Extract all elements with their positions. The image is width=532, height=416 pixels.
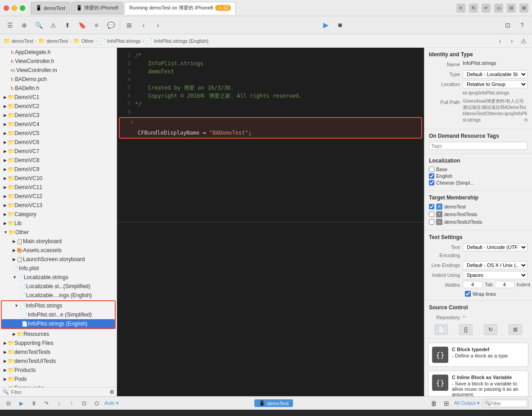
encoding-select[interactable]: Default - Unicode (UTF...: [463, 243, 527, 251]
sidebar-item-main-storyboard[interactable]: ▶ 📋 Main.storyboard: [0, 237, 117, 246]
line-endings-value[interactable]: Default - OS X / Unix (...: [463, 261, 527, 269]
sc-refresh-icon[interactable]: ↻: [484, 324, 497, 335]
bc-item-3[interactable]: 📁 Other: [73, 38, 94, 44]
sc-curly-icon[interactable]: {}: [459, 324, 473, 335]
sidebar-item-demotestuitests[interactable]: ▶ 📁 demoTestUITests: [0, 357, 117, 366]
type-select[interactable]: Default - Localizable St...: [463, 70, 527, 78]
sidebar-item-badefin-h[interactable]: h BADefin.h: [0, 84, 117, 93]
minimize-button[interactable]: [12, 5, 17, 11]
type-value[interactable]: Default - Localizable St...: [463, 70, 527, 78]
refresh-btn[interactable]: ↻: [469, 4, 478, 13]
split-pane-btn[interactable]: ⊟: [507, 4, 516, 13]
debug-icon[interactable]: ⊡: [79, 398, 89, 408]
indent-value[interactable]: Spaces: [463, 271, 527, 279]
sidebar-item-demovc7[interactable]: ▶ 📁 DemoVC7: [0, 147, 117, 156]
breadcrumb-warning-btn[interactable]: ⚠: [518, 36, 528, 46]
maximize-button[interactable]: [20, 5, 25, 11]
tab-iphone[interactable]: 📱 博爱的 iPhone8: [71, 2, 123, 14]
sidebar-item-demovc6[interactable]: ▶ 📁 DemoVC6: [0, 138, 117, 147]
locale-english-checkbox[interactable]: [429, 173, 434, 179]
location-value[interactable]: Relative to Group: [463, 80, 527, 88]
step-in-btn[interactable]: ↓: [54, 398, 64, 408]
sidebar-item-demotesttests[interactable]: ▶ 📁 demoTestTests: [0, 348, 117, 357]
sidebar-item-supporting-files[interactable]: ▶ 📁 Supporting Files: [0, 339, 117, 348]
sidebar-item-localizable-strings[interactable]: ▼ 📄 Localizable.strings: [0, 273, 117, 282]
sidebar-item-viewcontroller-m[interactable]: m ViewController.m: [0, 66, 117, 75]
add-btn[interactable]: ⊕: [18, 19, 31, 32]
line-endings-select[interactable]: Default - OS X / Unix (...: [463, 261, 527, 269]
sidebar-item-pods-top[interactable]: ▶ 📁 Pods: [0, 375, 117, 384]
bookmark-btn[interactable]: 🔖: [76, 19, 88, 32]
breadcrumb-back-btn[interactable]: ‹: [495, 36, 505, 46]
bc-item-4[interactable]: 📄 InfoPlist.strings: [99, 38, 141, 44]
reveal-icon[interactable]: ⟲: [524, 117, 527, 123]
step-over-btn[interactable]: ↷: [41, 398, 51, 408]
sidebar-item-demovc11[interactable]: ▶ 📁 DemoVC11: [0, 183, 117, 192]
sidebar-item-demovc8[interactable]: ▶ 📁 DemoVC8: [0, 156, 117, 165]
sc-add-icon[interactable]: 📄: [434, 324, 448, 335]
indent-width-input[interactable]: [495, 281, 515, 288]
sidebar-item-localizable-simplified[interactable]: 📄 Localizable.st...(Simplified): [0, 282, 117, 291]
locale-base-checkbox[interactable]: [429, 167, 434, 172]
layout-btn[interactable]: ⊞: [123, 19, 135, 32]
show-navigator-btn[interactable]: ☰: [4, 19, 16, 32]
bc-item-5[interactable]: 📄 InfoPlist.strings (English): [146, 38, 208, 44]
search-btn[interactable]: 🔍: [32, 19, 45, 32]
sidebar-item-info-plist[interactable]: 📄 Info.plist: [0, 264, 117, 273]
back-btn[interactable]: ‹: [137, 19, 150, 32]
sidebar-item-localizable-english[interactable]: 📄 Localizable....ings (English): [0, 291, 117, 300]
tags-input[interactable]: [429, 142, 527, 150]
sidebar-item-demovc5[interactable]: ▶ 📁 DemoVC5: [0, 129, 117, 138]
sidebar-item-demovc1[interactable]: ▶ 📁 DemoVC1: [0, 93, 117, 102]
pause-btn[interactable]: ⏸: [29, 398, 39, 408]
target-tests-checkbox[interactable]: [429, 212, 434, 217]
encoding-value[interactable]: Default - Unicode (UTF...: [463, 243, 527, 251]
sidebar-item-appdelegate-h[interactable]: h AppDelegate.h: [0, 48, 117, 57]
sidebar-item-demovc3[interactable]: ▶ 📁 DemoVC3: [0, 111, 117, 120]
code-editor[interactable]: 1 /* 2 InfoPlist.strings 3 demoTest 4: [117, 48, 424, 222]
sidebar-item-lib[interactable]: ▶ 📁 Lib: [0, 219, 117, 228]
locale-chinese-checkbox[interactable]: [429, 180, 434, 185]
tab-running[interactable]: Running demoTest on 博爱的 iPhone8 ⚠ 10: [124, 2, 235, 14]
split-view-btn[interactable]: ⊞: [442, 398, 451, 408]
breakpoint-icon[interactable]: ⌬: [92, 398, 102, 408]
filter-options-icon[interactable]: ⊞: [110, 389, 114, 395]
stop-btn[interactable]: ■: [334, 19, 347, 32]
bc-item-2[interactable]: 📁 demoTest: [38, 38, 68, 44]
tab-demotest[interactable]: 📱 demoTest: [31, 2, 70, 14]
sidebar-item-other[interactable]: ▼ 📁 Other: [0, 228, 117, 237]
warning-btn[interactable]: ⚠: [47, 19, 59, 32]
sidebar-item-infoplist-english[interactable]: 📄 InfoPlist.strings (English): [2, 319, 115, 328]
sidebar-item-demovc12[interactable]: ▶ 📁 DemoVC12: [0, 192, 117, 201]
debug-pane-toggle[interactable]: ⊟: [4, 398, 14, 408]
sidebar-item-resources[interactable]: ▶ 📁 Resources: [0, 330, 117, 339]
bc-item-1[interactable]: 📁 demoTest: [4, 38, 33, 44]
target-demotest-checkbox[interactable]: [429, 204, 434, 209]
panel-toggle-btn[interactable]: ≡: [456, 4, 465, 13]
wrap-lines-checkbox[interactable]: [465, 291, 471, 297]
list-btn[interactable]: ≡: [90, 19, 103, 32]
run-btn[interactable]: ▶: [320, 19, 332, 32]
single-pane-btn[interactable]: ▭: [494, 4, 503, 13]
sidebar-item-demovc2[interactable]: ▶ 📁 DemoVC2: [0, 102, 117, 111]
enter-btn[interactable]: ↵: [482, 4, 491, 13]
sidebar-item-assets[interactable]: ▶ 🎨 Assets.xcassets: [0, 246, 117, 255]
target-uitests-checkbox[interactable]: [429, 219, 434, 225]
sidebar-item-demovc13[interactable]: ▶ 📁 DemoVC13: [0, 201, 117, 210]
sc-grid-icon[interactable]: ⊞: [509, 324, 522, 335]
breadcrumb-forward-btn[interactable]: ›: [507, 36, 517, 46]
output-filter-input[interactable]: [490, 401, 526, 406]
help-btn[interactable]: ?: [516, 19, 528, 32]
sidebar-item-category[interactable]: ▶ 📁 Category: [0, 210, 117, 219]
sidebar-filter-input[interactable]: [11, 389, 108, 395]
step-out-btn[interactable]: ↑: [67, 398, 77, 408]
indent-select[interactable]: Spaces: [463, 271, 527, 279]
location-select[interactable]: Relative to Group: [463, 80, 527, 88]
continue-btn[interactable]: ▶: [16, 398, 26, 408]
sidebar-item-demovc10[interactable]: ▶ 📁 DemoVC10: [0, 174, 117, 183]
sidebar-item-infoplist-simplified[interactable]: 📄 InfoPlist.stri...e (Simplified): [2, 310, 115, 319]
tab-width-input[interactable]: [463, 281, 483, 288]
sidebar-item-demovc4[interactable]: ▶ 📁 DemoVC4: [0, 120, 117, 129]
forward-btn[interactable]: ›: [152, 19, 164, 32]
sidebar-item-infoplist-strings[interactable]: ▼ 📄 InfoPlist.strings: [2, 301, 115, 310]
